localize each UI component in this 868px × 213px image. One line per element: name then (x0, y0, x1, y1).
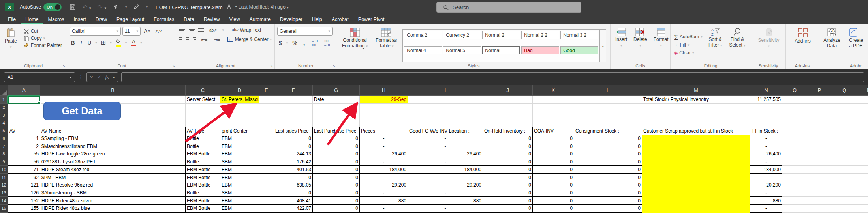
cell[interactable] (832, 96, 857, 104)
accounting-format-button[interactable]: $ (277, 39, 284, 47)
save-icon[interactable] (70, 4, 76, 10)
row-header-4[interactable]: 4 (0, 119, 8, 127)
cell[interactable] (642, 158, 750, 166)
cell[interactable] (483, 119, 533, 127)
row-header-8[interactable]: 8 (0, 150, 8, 158)
cell[interactable] (782, 197, 807, 205)
style-chip-bad[interactable]: Bad (521, 46, 559, 54)
cell[interactable] (274, 96, 313, 104)
cell[interactable]: 55 (8, 150, 40, 158)
cell[interactable] (782, 205, 807, 213)
cell[interactable]: 0 (574, 150, 642, 158)
menu-home[interactable]: Home (21, 14, 43, 24)
cell[interactable] (807, 127, 832, 135)
cell[interactable]: SBM (220, 158, 259, 166)
cell[interactable] (782, 104, 807, 112)
style-chip-normal-2[interactable]: Normal 2 (482, 31, 520, 39)
cell[interactable]: 2 (8, 142, 40, 150)
cell[interactable] (220, 119, 259, 127)
cell[interactable]: 0 (274, 135, 313, 143)
paste-button[interactable]: Paste▾ (2, 27, 19, 50)
menu-formulas[interactable]: Formulas (149, 14, 179, 24)
menu-power-pivot[interactable]: Power Pivot (353, 14, 389, 24)
insert-cells-button[interactable]: Insert▾ (613, 27, 629, 62)
cell[interactable]: 0 (533, 158, 574, 166)
underline-chevron[interactable]: ▾ (95, 41, 97, 45)
cell[interactable]: Server Select (186, 96, 220, 104)
cell[interactable]: - (360, 189, 408, 197)
cell[interactable] (857, 174, 868, 181)
cell[interactable]: - (360, 205, 408, 213)
search-input[interactable]: Search (436, 2, 581, 13)
cell[interactable]: - (408, 135, 483, 143)
style-chip-normal-4[interactable]: Normal 4 (404, 46, 442, 54)
insert-function-icon[interactable]: fx (105, 74, 109, 80)
cell[interactable] (807, 135, 832, 143)
cell[interactable] (574, 104, 642, 112)
font-color-button[interactable]: A (129, 39, 138, 47)
cell[interactable]: 0 (533, 142, 574, 150)
percent-button[interactable]: % (291, 39, 299, 47)
cell[interactable] (642, 142, 750, 150)
cell[interactable]: COA-INV (533, 127, 574, 135)
cell[interactable]: 0 (533, 181, 574, 189)
cell[interactable] (574, 119, 642, 127)
cell[interactable]: 0 (574, 135, 642, 143)
cell[interactable] (259, 104, 274, 112)
cell[interactable] (259, 150, 274, 158)
cell[interactable]: Pieces (360, 127, 408, 135)
col-header-C[interactable]: C (186, 85, 220, 96)
cell[interactable]: 0 (574, 181, 642, 189)
cell[interactable] (186, 111, 220, 119)
menu-help[interactable]: Help (307, 14, 327, 24)
cell[interactable]: $Abmusterung - SBM (40, 189, 186, 197)
cell[interactable]: 184,000 (750, 166, 782, 174)
style-chip-currency-2[interactable]: Currency 2 (443, 31, 481, 39)
menu-acrobat[interactable]: Acrobat (327, 14, 353, 24)
select-all-corner[interactable] (0, 85, 8, 96)
cell[interactable] (782, 135, 807, 143)
increase-decimal-button[interactable]: ←.0.00 (310, 39, 319, 47)
cell[interactable]: 0 (533, 150, 574, 158)
cell[interactable] (642, 119, 750, 127)
col-header-L[interactable]: L (574, 85, 642, 96)
fill-color-chevron[interactable]: ▾ (125, 41, 127, 45)
orientation-button[interactable]: ab↗ (208, 28, 219, 33)
find-select-button[interactable]: Find &Select ▾ (727, 27, 748, 62)
cell[interactable] (220, 104, 259, 112)
clear-button[interactable]: ◈Clear▾ (673, 50, 704, 56)
cell[interactable]: 0 (483, 142, 533, 150)
cell[interactable] (8, 96, 40, 104)
cell[interactable]: 0 (274, 174, 313, 181)
borders-button[interactable]: ⊞ (100, 39, 108, 47)
fill-color-button[interactable] (114, 38, 123, 47)
row-header-2[interactable]: 2 (0, 104, 8, 112)
enter-formula-icon[interactable]: ✓ (97, 74, 101, 80)
cell[interactable]: 0 (574, 158, 642, 166)
cell[interactable]: 0 (533, 174, 574, 181)
cell[interactable]: 422.07 (274, 205, 313, 213)
cell[interactable]: - (750, 174, 782, 181)
row-header-1[interactable]: 1 (0, 96, 8, 104)
cell[interactable] (360, 111, 408, 119)
cell[interactable] (832, 127, 857, 135)
cell[interactable] (832, 104, 857, 112)
col-header-D[interactable]: D (220, 85, 259, 96)
cell[interactable] (857, 96, 868, 104)
cell[interactable]: 152 (8, 197, 40, 205)
cell[interactable]: EBM (220, 135, 259, 143)
cell[interactable]: Bottle (186, 135, 220, 143)
cell[interactable]: 0 (313, 142, 360, 150)
col-header-F[interactable]: F (274, 85, 313, 96)
cell[interactable] (259, 127, 274, 135)
cell[interactable]: - (750, 205, 782, 213)
cell[interactable]: EBM (220, 166, 259, 174)
cell[interactable]: EBM Bottle (186, 181, 220, 189)
cell[interactable] (259, 181, 274, 189)
cell[interactable]: - (408, 189, 483, 197)
cell[interactable] (857, 197, 868, 205)
cell[interactable]: - (408, 158, 483, 166)
cell[interactable]: 0 (313, 135, 360, 143)
touch-mode-icon[interactable] (113, 4, 119, 10)
cell[interactable]: - (360, 174, 408, 181)
